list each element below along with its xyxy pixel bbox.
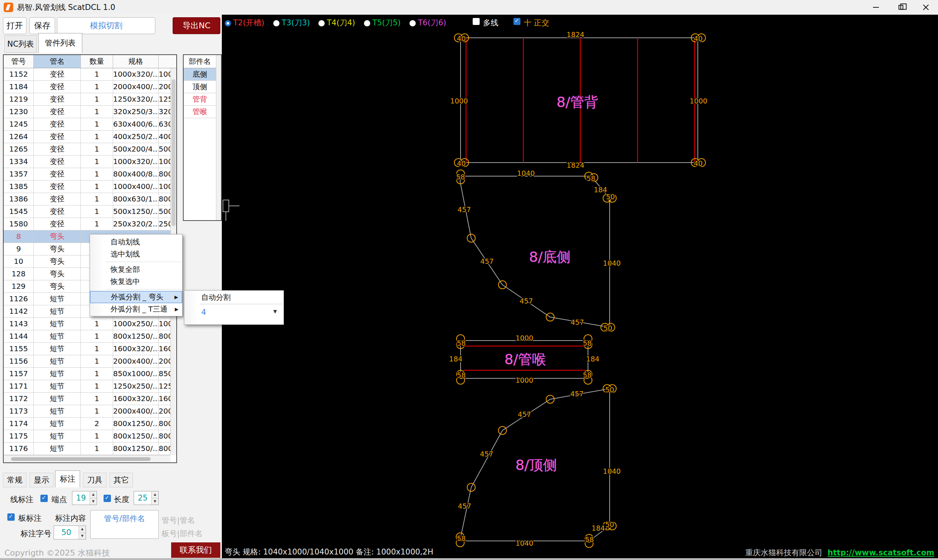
parts-item-管背[interactable]: 管背 (184, 93, 216, 106)
table-row[interactable]: 1580变径1250x320/2...250 (4, 218, 170, 231)
table-cell: 1172 (4, 393, 34, 405)
auto-split-item[interactable]: 自动分割 (184, 291, 284, 304)
parts-item-顶侧[interactable]: 顶侧 (184, 81, 216, 93)
export-nc-button[interactable]: 导出NC (173, 17, 221, 34)
parts-item-底侧[interactable]: 底侧 (184, 68, 216, 81)
annotation-content-box[interactable]: 管号/部件名 (90, 510, 159, 539)
close-button[interactable] (914, 0, 938, 15)
endpoint-spinner-buttons[interactable]: ▲▼ (89, 491, 97, 505)
contact-us-button[interactable]: 联系我们 (171, 542, 221, 558)
parts-item-管喉[interactable]: 管喉 (184, 106, 216, 118)
table-cell: 1580 (4, 218, 34, 230)
table-row[interactable]: 1184变径12000x400/...200 (4, 81, 170, 93)
menu-item-自动划线[interactable]: 自动划线 (90, 236, 182, 248)
restore-icon (899, 5, 904, 10)
minimize-button[interactable] (864, 0, 888, 15)
table-row[interactable]: 1156短节12000x400/...200 (4, 355, 170, 368)
dimension-label: 1040 (516, 539, 533, 547)
segment-count-dropdown[interactable]: 4 ▼ (184, 304, 284, 322)
table-row[interactable]: 1334变径11000x320/...100 (4, 155, 170, 168)
annotation-content-label: 标注内容 (55, 513, 86, 523)
header-extra[interactable] (159, 55, 170, 68)
up-arrow-icon[interactable]: ▲ (152, 491, 158, 498)
table-cell: 1 (81, 355, 113, 367)
table-row[interactable]: 1386变径1800x630/1...800 (4, 193, 170, 206)
header-pipe-name[interactable]: 管名 (34, 55, 81, 68)
length-spinner[interactable]: 25 ▲▼ (134, 491, 159, 505)
table-row[interactable]: 1385变径11000x400/...100 (4, 180, 170, 193)
length-value[interactable]: 25 (134, 491, 151, 505)
length-checkbox[interactable] (103, 495, 111, 502)
table-row[interactable]: 1245变径1630x400/6...630 (4, 118, 170, 131)
down-arrow-icon[interactable]: ▼ (152, 498, 158, 505)
parts-scrollbar[interactable] (216, 55, 221, 220)
tab-parts-list[interactable]: 管件列表 (38, 33, 82, 53)
table-row[interactable]: 1172短节11600x320/...160 (4, 393, 170, 405)
settings-tab-其它[interactable]: 其它 (110, 473, 133, 487)
endpoint-spinner[interactable]: 19 ▲▼ (72, 491, 97, 505)
restore-button[interactable] (889, 0, 913, 15)
header-qty[interactable]: 数量 (81, 55, 113, 68)
table-row[interactable]: 1174短节2800x1250/...800 (4, 418, 170, 430)
dimension-label: 457 (480, 450, 493, 458)
table-row[interactable]: 1357变径1800x400/8...800 (4, 168, 170, 180)
segment-count-value[interactable]: 4 (201, 308, 206, 317)
up-arrow-icon[interactable]: ▲ (90, 491, 97, 498)
header-spec[interactable]: 规格 (113, 55, 159, 68)
length-spinner-buttons[interactable]: ▲▼ (151, 491, 158, 505)
cad-canvas[interactable]: 1824182410001000404040408/管背104018410404… (222, 15, 938, 560)
table-row[interactable]: 1144短节1800x1250/...800 (4, 330, 170, 343)
open-button[interactable]: 打开 (3, 17, 26, 34)
tab-nc-list[interactable]: NC列表 (5, 35, 37, 53)
board-annotation-checkbox[interactable] (7, 513, 15, 521)
font-size-value[interactable]: 50 (54, 526, 79, 539)
table-horizontal-scrollbar[interactable] (4, 455, 170, 462)
table-row[interactable]: 1264变径1400x250/2...400 (4, 131, 170, 143)
table-cell: 1386 (4, 193, 34, 205)
font-size-spinner[interactable]: 50 ▲▼ (54, 526, 86, 540)
down-arrow-icon[interactable]: ▼ (79, 533, 86, 540)
table-cell: 1 (81, 68, 113, 80)
endpoint-value[interactable]: 19 (73, 491, 89, 505)
menu-item-恢复选中[interactable]: 恢复选中 (90, 275, 182, 288)
table-cell: 短节 (34, 393, 81, 405)
hscroll-thumb[interactable] (11, 457, 151, 461)
settings-tab-显示[interactable]: 显示 (29, 473, 54, 487)
table-row[interactable]: 1155短节11600x320/...160 (4, 343, 170, 355)
font-spinner-buttons[interactable]: ▲▼ (79, 526, 86, 539)
table-row[interactable]: 1545变径1500x1250/...500 (4, 206, 170, 218)
dimension-label: 184 (592, 524, 605, 532)
menu-item-选中划线[interactable]: 选中划线 (90, 248, 182, 260)
cad-viewport[interactable]: T2(开槽)T3(刀3)T4(刀4)T5(刀5)T6(刀6) 多线 十 正交 1… (222, 15, 938, 560)
settings-tab-刀具[interactable]: 刀具 (83, 473, 106, 487)
table-row[interactable]: 1230变径1320x250/3...320 (4, 106, 170, 118)
dimension-label: 58 (456, 173, 465, 181)
vscroll-thumb[interactable] (171, 79, 176, 226)
up-arrow-icon[interactable]: ▲ (79, 526, 86, 533)
table-row[interactable]: 1176短节1800x1250/...800 (4, 443, 170, 455)
board-annotation-label: 板标注 (19, 513, 42, 523)
table-cell: 800 (159, 443, 170, 455)
website-link[interactable]: http://www.scatsoft.com (827, 548, 934, 557)
header-pipe-id[interactable]: 管号 (4, 55, 34, 68)
endpoint-checkbox[interactable] (40, 495, 48, 502)
menu-item-外弧分割 _ 弯头[interactable]: 外弧分割 _ 弯头▶ (90, 291, 182, 303)
table-row[interactable]: 1171短节11250x250/...125 (4, 380, 170, 393)
simulate-cut-button[interactable]: 模拟切割 (57, 17, 155, 34)
table-row[interactable]: 1157短节1850x1000/...850 (4, 368, 170, 380)
table-row[interactable]: 1265变径1500x200/4...500 (4, 143, 170, 155)
table-cell: 变径 (34, 81, 81, 93)
menu-item-外弧分割 _ T三通[interactable]: 外弧分割 _ T三通▶ (90, 303, 182, 315)
table-row[interactable]: 1219变径11250x320/...125 (4, 93, 170, 106)
settings-tab-常规[interactable]: 常规 (3, 473, 26, 487)
settings-tab-标注[interactable]: 标注 (55, 471, 80, 487)
chevron-down-icon[interactable]: ▼ (273, 309, 277, 314)
table-row[interactable]: 1143短节11000x250/...100 (4, 318, 170, 330)
table-row[interactable]: 1173短节12000x400/...200 (4, 405, 170, 418)
menu-item-恢复全部[interactable]: 恢复全部 (90, 263, 182, 275)
brand-row: 重庆水猫科技有限公司http://www.scatsoft.com (745, 548, 934, 558)
down-arrow-icon[interactable]: ▼ (90, 498, 97, 505)
table-row[interactable]: 1152变径11000x320/...100 (4, 68, 170, 81)
save-button[interactable]: 保存 (29, 17, 55, 34)
table-row[interactable]: 1175短节1800x1250/...800 (4, 430, 170, 443)
